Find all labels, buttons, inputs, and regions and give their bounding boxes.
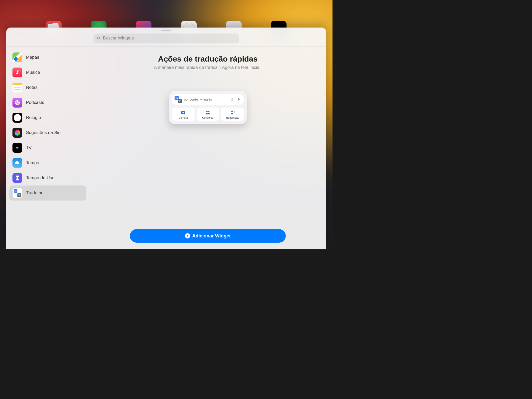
clock-icon [12,113,22,123]
podcasts-icon [12,98,22,108]
widget-detail-panel: Ações de tradução rápidas A maneira mais… [89,47,326,249]
sidebar-item-label: Podcasts [26,100,44,105]
sidebar-item-label: Notas [26,85,37,90]
widget-lang-bar: português → inglês [172,94,244,105]
widget-gallery-sheet: Buscar Widgets Mapas Música Notas [6,28,326,249]
translate-icon [12,188,22,198]
voice-icon [230,110,235,115]
widget-action-conversation: Conversa [197,108,219,121]
siri-icon [12,128,22,138]
tv-icon: tv [12,143,22,153]
svg-rect-6 [231,98,233,101]
sidebar-item-label: Sugestões da Siri [26,130,61,135]
svg-point-11 [231,111,233,112]
people-icon [205,110,211,115]
sidebar-item-maps[interactable]: Mapas [9,50,86,65]
add-widget-button[interactable]: + Adicionar Widget [130,229,286,243]
search-input[interactable]: Buscar Widgets [94,34,239,43]
search-placeholder: Buscar Widgets [103,36,134,41]
svg-point-0 [97,37,100,39]
sidebar-item-label: Tempo [26,160,39,165]
sheet-grabber[interactable] [161,30,171,31]
svg-rect-7 [238,98,239,100]
notes-icon [12,83,22,92]
widget-subtitle: A maneira mais rápida de traduzir. Agora… [154,65,262,70]
svg-point-9 [206,111,208,112]
camera-icon [180,110,186,115]
sidebar-item-translate[interactable]: Tradutor [9,185,86,201]
svg-point-4 [17,102,18,103]
search-icon [97,36,101,40]
maps-icon [12,52,22,62]
sidebar-item-podcasts[interactable]: Podcasts [9,95,86,110]
sidebar-item-label: TV [26,145,32,150]
music-icon [12,68,22,77]
sidebar-item-weather[interactable]: Tempo [9,155,86,170]
widget-lang-pair: português → inglês [184,98,228,101]
sidebar-item-tv[interactable]: tv TV [9,140,86,155]
svg-line-1 [99,39,100,39]
sidebar-item-label: Relógio [26,115,41,120]
widget-app-sidebar[interactable]: Mapas Música Notas Podcasts Reló [6,47,89,249]
sidebar-item-clock[interactable]: Relógio [9,110,86,125]
weather-icon [12,158,22,168]
svg-point-8 [183,112,184,114]
sidebar-item-notes[interactable]: Notas [9,80,86,95]
sidebar-item-music[interactable]: Música [9,65,86,80]
widget-title: Ações de tradução rápidas [158,55,257,63]
svg-point-10 [208,111,210,112]
sidebar-item-screentime[interactable]: Tempo de Uso [9,170,86,185]
sidebar-item-label: Mapas [26,55,39,60]
widget-preview[interactable]: português → inglês Câmera Conversa [169,91,247,124]
plus-icon: + [185,233,190,238]
screentime-icon [12,173,22,183]
clipboard-icon [230,97,234,102]
google-translate-icon [175,96,182,103]
sidebar-item-label: Tempo de Uso [26,175,55,181]
microphone-icon [236,97,241,102]
sidebar-item-label: Música [26,70,40,75]
sidebar-item-label: Tradutor [26,190,43,196]
widget-action-camera: Câmera [172,108,195,121]
widget-action-transcribe: Transcrição [221,108,244,121]
sidebar-item-siri[interactable]: Sugestões da Siri [9,125,86,140]
